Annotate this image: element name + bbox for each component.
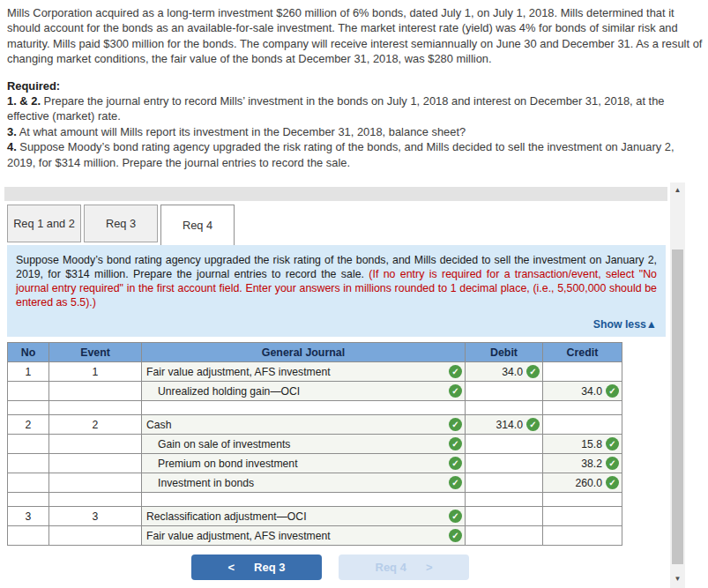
no-cell [8, 526, 49, 546]
spacer-row [8, 493, 622, 507]
header-general-journal: General Journal [142, 343, 466, 362]
problem-intro: Mills Corporation acquired as a long-ter… [7, 5, 705, 67]
no-cell [8, 435, 49, 454]
instruction-text: Suppose Moody’s bond rating agency upgra… [16, 253, 657, 309]
check-icon: ✓ [449, 384, 462, 398]
check-icon: ✓ [449, 529, 462, 542]
chevron-left-icon: < [228, 561, 235, 574]
debit-cell[interactable]: 34.0✓ [466, 362, 543, 382]
debit-cell[interactable]: 314.0✓ [466, 415, 543, 435]
tab-req-1-and-2[interactable]: Req 1 and 2 [7, 205, 81, 242]
check-icon: ✓ [449, 365, 462, 378]
debit-cell[interactable] [466, 435, 543, 454]
table-row: 3 3 Reclassification adjustment—OCI✓ [8, 507, 622, 526]
check-icon: ✓ [606, 476, 619, 489]
event-cell [49, 382, 142, 401]
account-cell[interactable]: Premium on bond investment✓ [142, 454, 466, 473]
table-row: 1 1 Fair value adjustment, AFS investmen… [8, 362, 622, 382]
required-label: Required: [7, 78, 705, 93]
table-row: Premium on bond investment✓ 38.2✓ [8, 454, 622, 473]
prev-req-button[interactable]: < Req 3 [191, 555, 322, 580]
requirement-tabs: Req 1 and 2 Req 3 Req 4 [7, 205, 237, 245]
event-cell [49, 473, 142, 493]
table-header-row: No Event General Journal Debit Credit [8, 343, 622, 362]
table-row: Fair value adjustment, AFS investment✓ [8, 526, 622, 546]
spacer-row [8, 401, 622, 415]
account-cell[interactable]: Gain on sale of investments✓ [142, 435, 466, 454]
debit-cell[interactable] [466, 382, 543, 401]
next-req-button[interactable]: Req 4 > [339, 555, 469, 580]
event-cell [49, 435, 142, 454]
requirement-text: Prepare the journal entry to record Mill… [7, 94, 664, 123]
account-cell[interactable]: Reclassification adjustment—OCI✓ [142, 507, 466, 526]
check-icon: ✓ [526, 418, 540, 431]
account-cell[interactable]: Unrealized holding gain—OCI✓ [142, 382, 466, 401]
credit-cell[interactable] [543, 507, 622, 526]
chevron-right-icon: > [426, 561, 433, 574]
debit-cell[interactable] [466, 454, 543, 473]
event-cell [49, 454, 142, 473]
no-cell: 3 [8, 507, 49, 526]
check-icon: ✓ [449, 510, 462, 523]
header-debit: Debit [466, 343, 543, 362]
scroll-up-icon[interactable]: ▲ [670, 186, 685, 195]
no-cell: 2 [8, 415, 49, 435]
no-cell [8, 454, 49, 473]
prev-button-label: Req 3 [254, 561, 285, 574]
header-no: No [8, 343, 49, 362]
panel-top-strip [4, 187, 667, 201]
credit-cell[interactable]: 15.8✓ [543, 435, 622, 454]
scroll-down-icon[interactable]: ▼ [670, 575, 685, 584]
check-icon: ✓ [449, 418, 462, 431]
instruction-box: Suppose Moody’s bond rating agency upgra… [7, 245, 666, 337]
requirement-3: 3. At what amount will Mills report its … [7, 124, 705, 139]
event-cell: 1 [49, 362, 142, 382]
vertical-scrollbar[interactable]: ▲ ▼ [670, 182, 685, 588]
tab-req-3[interactable]: Req 3 [84, 205, 158, 242]
requirement-4: 4. Suppose Moody’s bond rating agency up… [7, 139, 705, 170]
credit-cell[interactable]: 38.2✓ [543, 454, 622, 473]
check-icon: ✓ [449, 437, 462, 450]
check-icon: ✓ [526, 365, 540, 378]
table-row: Investment in bonds✓ 260.0✓ [8, 473, 622, 493]
account-cell[interactable]: Fair value adjustment, AFS investment✓ [142, 526, 466, 546]
event-cell: 2 [49, 415, 142, 435]
pager-nav: < Req 3 Req 4 > [191, 555, 666, 580]
table-row: Gain on sale of investments✓ 15.8✓ [8, 435, 622, 454]
tab-content: Suppose Moody’s bond rating agency upgra… [7, 245, 666, 580]
table-row: Unrealized holding gain—OCI✓ 34.0✓ [8, 382, 622, 401]
table-row: 2 2 Cash✓ 314.0✓ [8, 415, 622, 435]
check-icon: ✓ [449, 476, 462, 489]
requirement-prefix: 3. [7, 125, 17, 138]
requirement-prefix: 1. & 2. [7, 94, 41, 108]
no-cell [8, 473, 49, 493]
requirement-1-2: 1. & 2. Prepare the journal entry to rec… [7, 93, 705, 124]
scrollbar-thumb[interactable] [672, 249, 683, 564]
check-icon: ✓ [606, 457, 619, 470]
requirement-text: At what amount will Mills report its inv… [17, 125, 466, 138]
show-less-link[interactable]: Show less▲ [16, 318, 657, 331]
debit-cell[interactable] [466, 473, 543, 493]
check-icon: ✓ [606, 437, 619, 450]
tab-req-4[interactable]: Req 4 [160, 205, 235, 245]
no-cell [8, 382, 49, 401]
debit-cell[interactable] [466, 526, 543, 546]
credit-cell[interactable]: 34.0✓ [543, 382, 622, 401]
credit-cell[interactable] [543, 415, 622, 435]
credit-cell[interactable] [543, 362, 622, 382]
event-cell [49, 526, 142, 546]
account-cell[interactable]: Cash✓ [142, 415, 466, 435]
header-event: Event [49, 343, 142, 362]
account-cell[interactable]: Investment in bonds✓ [142, 473, 466, 493]
no-cell: 1 [8, 362, 49, 382]
event-cell: 3 [49, 507, 142, 526]
debit-cell[interactable] [466, 507, 543, 526]
requirement-prefix: 4. [7, 140, 17, 153]
header-credit: Credit [543, 343, 622, 362]
requirement-text: Suppose Moody’s bond rating agency upgra… [7, 140, 674, 168]
next-button-label: Req 4 [376, 561, 406, 574]
account-cell[interactable]: Fair value adjustment, AFS investment✓ [142, 362, 466, 382]
journal-entry-table: No Event General Journal Debit Credit 1 … [7, 342, 622, 546]
credit-cell[interactable] [543, 526, 622, 546]
credit-cell[interactable]: 260.0✓ [543, 473, 622, 493]
